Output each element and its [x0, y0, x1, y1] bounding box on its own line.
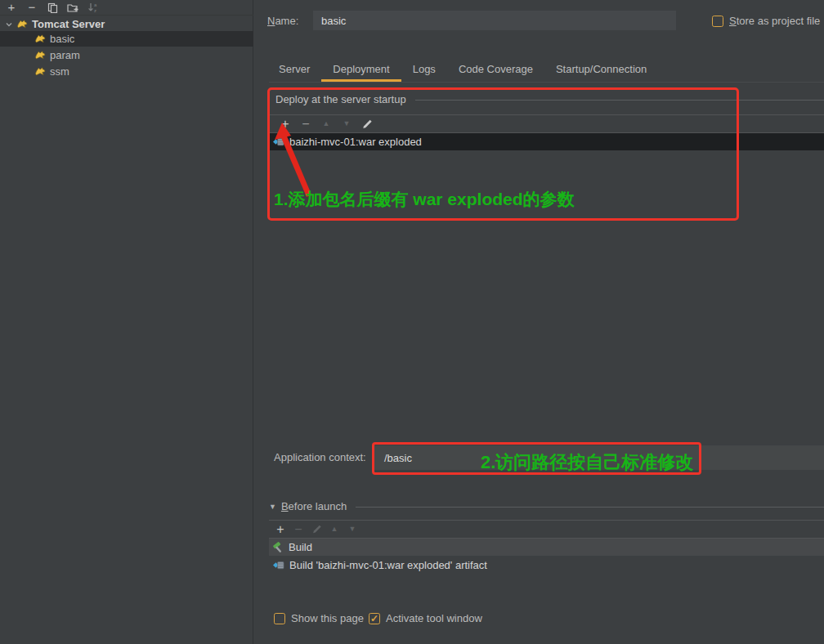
svg-text:z: z	[94, 8, 96, 13]
hammer-icon	[272, 541, 284, 553]
collapse-triangle-icon[interactable]: ▼	[269, 503, 276, 511]
deploy-group-title: Deploy at the server startup	[275, 93, 406, 105]
show-this-page-checkbox[interactable]: Show this page	[274, 612, 364, 624]
before-launch-header[interactable]: ▼ Before launch	[269, 500, 347, 512]
copy-icon	[47, 2, 58, 13]
tree-node-ssm[interactable]: ssm	[0, 64, 253, 79]
copy-configuration-icon[interactable]	[46, 1, 59, 14]
show-this-page-label: Show this page	[291, 612, 364, 624]
before-launch-item-label: Build 'baizhi-mvc-01:war exploded' artif…	[289, 559, 487, 571]
checkbox-box[interactable]: ✓	[369, 613, 380, 624]
tomcat-icon	[34, 50, 47, 60]
before-launch-move-down-icon[interactable]: ▼	[347, 524, 358, 535]
before-launch-add-icon[interactable]: +	[275, 524, 286, 535]
configuration-editor: Name: basic Store as project file Server…	[254, 0, 824, 644]
activate-tool-window-label: Activate tool window	[386, 612, 482, 624]
tab-server[interactable]: Server	[267, 59, 321, 82]
configurations-sidebar: + − a z	[0, 0, 253, 644]
before-launch-row-build[interactable]: Build	[269, 539, 824, 556]
new-folder-icon[interactable]	[66, 1, 79, 14]
chevron-down-icon[interactable]	[5, 20, 13, 29]
before-launch-line	[356, 507, 824, 508]
tree-item-label: ssm	[50, 65, 69, 78]
tomcat-icon	[16, 19, 29, 29]
before-launch-row-build-artifact[interactable]: Build 'baizhi-mvc-01:war exploded' artif…	[269, 557, 824, 574]
folder-add-icon	[67, 2, 79, 13]
deploy-edit-icon[interactable]	[361, 119, 373, 130]
before-launch-move-up-icon[interactable]: ▲	[329, 524, 340, 535]
tab-logs[interactable]: Logs	[401, 59, 447, 82]
application-context-value: /basic	[384, 452, 412, 464]
add-configuration-icon[interactable]: +	[5, 1, 18, 14]
before-launch-edit-icon[interactable]	[311, 524, 322, 535]
remove-configuration-icon[interactable]: −	[25, 1, 38, 14]
tree-item-label: param	[50, 49, 80, 61]
before-launch-remove-icon[interactable]: −	[293, 524, 304, 535]
name-input-value: basic	[321, 15, 346, 27]
application-context-label: Application context:	[274, 451, 366, 463]
name-label: Name:	[267, 15, 298, 27]
tree-item-label: basic	[50, 33, 74, 45]
tree-node-param[interactable]: param	[0, 47, 253, 63]
tomcat-icon	[34, 66, 47, 77]
tree-node-basic[interactable]: basic	[0, 31, 253, 47]
artifact-icon	[272, 559, 285, 571]
checkbox-box[interactable]	[274, 613, 285, 624]
tab-deployment[interactable]: Deployment	[321, 59, 401, 82]
deploy-move-down-icon[interactable]: ▼	[341, 119, 352, 130]
before-launch-toolbar: + − ▲ ▼	[269, 520, 824, 539]
store-as-project-file-label: Store as project file	[729, 15, 820, 27]
tree-node-tomcat-server[interactable]: Tomcat Server	[0, 16, 253, 32]
before-launch-title: Before launch	[281, 500, 347, 512]
application-context-combo[interactable]: /basic ▼	[373, 445, 824, 470]
activate-tool-window-checkbox[interactable]: ✓ Activate tool window	[369, 612, 482, 624]
sidebar-toolbar: + − a z	[0, 0, 253, 16]
tree-root-label: Tomcat Server	[32, 18, 105, 30]
tab-bar: Server Deployment Logs Code Coverage Sta…	[267, 59, 658, 82]
name-input[interactable]: basic	[313, 11, 676, 30]
tab-code-coverage[interactable]: Code Coverage	[447, 59, 544, 82]
sort-az-icon: a z	[87, 2, 99, 13]
annotation-arrow	[274, 123, 320, 200]
annotation-rect-1	[267, 87, 739, 221]
sort-configurations-icon[interactable]: a z	[87, 1, 100, 14]
deploy-artifact-row[interactable]: baizhi-mvc-01:war exploded	[269, 133, 824, 150]
deploy-move-up-icon[interactable]: ▲	[320, 119, 332, 130]
tab-startup-connection[interactable]: Startup/Connection	[544, 59, 658, 82]
tab-separator	[269, 82, 824, 83]
tomcat-icon	[34, 34, 47, 44]
svg-text:a: a	[94, 2, 97, 7]
pencil-icon	[361, 119, 373, 130]
deploy-toolbar: + − ▲ ▼	[269, 114, 824, 133]
run-configurations-dialog: + − a z	[0, 0, 824, 644]
pencil-icon	[311, 524, 322, 534]
store-as-project-file-checkbox[interactable]: Store as project file	[712, 15, 820, 27]
before-launch-item-label: Build	[289, 541, 312, 553]
checkmark-icon: ✓	[370, 614, 378, 624]
deploy-group-line	[415, 100, 824, 101]
checkbox-box[interactable]	[712, 16, 723, 27]
